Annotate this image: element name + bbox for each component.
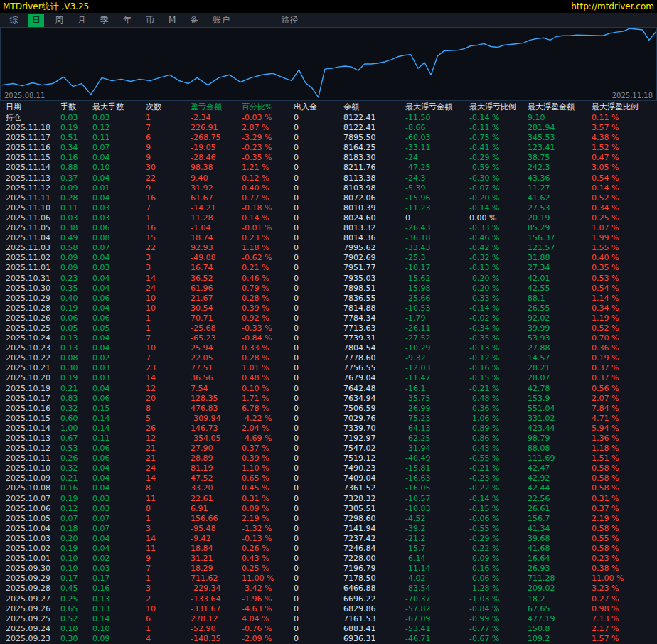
table-row[interactable]: 2025.10.010.100.02931.210.43 %07228.00-6… [0, 554, 657, 564]
table-row[interactable]: 2025.10.160.320.158476.836.78 %07506.59-… [0, 404, 657, 414]
table-row[interactable]: 2025.10.280.190.041030.540.39 %07814.88-… [0, 304, 657, 313]
table-row[interactable]: 2025.09.280.450.163-229.34-3.42 %06466.8… [0, 584, 657, 594]
table-row[interactable]: 2025.11.120.090.01931.920.40 %08103.98-5… [0, 183, 657, 193]
table-row[interactable]: 2025.11.160.340.079-19.05-0.23 %08164.25… [0, 143, 657, 153]
cell-max-float-profit-pct: 0.53 % [592, 274, 657, 284]
cell-max-float-loss-pct: -0.20 % [469, 284, 528, 294]
table-row[interactable]: 2025.10.300.350.042461.960.79 %07898.51-… [0, 284, 657, 294]
table-row[interactable]: 2025.10.020.190.041118.840.26 %07246.84-… [0, 544, 657, 554]
cell-max-float-loss: -10.17 [405, 263, 469, 273]
cell-max-float-profit-pct: 0.56 % [592, 384, 657, 394]
tab-quarterly[interactable]: 季 [97, 14, 112, 27]
cell-count: 15 [146, 233, 191, 243]
cell-pct: 0.28 % [242, 294, 294, 304]
table-row[interactable]: 2025.11.060.030.03111.280.14 %08024.6000… [0, 213, 657, 223]
table-row[interactable]: 2025.10.220.080.02722.050.28 %07778.60-9… [0, 353, 657, 363]
table-row[interactable]: 2025.10.120.530.062127.900.37 %07547.02-… [0, 444, 657, 454]
table-row[interactable]: 2025.11.050.380.0616-1.04-0.01 %08013.32… [0, 223, 657, 233]
table-row[interactable]: 2025.10.060.120.0386.910.09 %07305.51-10… [0, 504, 657, 514]
cell-pct: 4.04 % [242, 614, 294, 624]
table-row[interactable]: 2025.10.080.160.04833.200.45 %07361.52-1… [0, 483, 657, 493]
table-row[interactable]: 2025.11.140.880.103098.381.21 %08211.76-… [0, 163, 657, 173]
table-row[interactable]: 2025.10.200.190.031436.560.48 %07679.04-… [0, 373, 657, 383]
cell-pct: -3.29 % [242, 133, 294, 143]
cell-count: 30 [146, 163, 191, 173]
cell-max-lots: 0.04 [92, 193, 146, 203]
cell-max-float-loss: -31.94 [405, 444, 469, 454]
cell-count: 14 [146, 473, 191, 483]
cell-max-float-profit-pct: 3.57 % [592, 123, 657, 133]
table-row[interactable]: 2025.10.240.130.047-65.23-0.84 %07739.31… [0, 333, 657, 343]
cell-lots: 0.25 [60, 594, 92, 604]
table-row[interactable]: 2025.09.270.250.132-133.64-1.96 %06696.2… [0, 594, 657, 604]
table-row[interactable]: 2025.11.010.090.03316.740.21 %07951.77-1… [0, 263, 657, 273]
table-row[interactable]: 2025.09.290.170.171711.6211.00 %07178.50… [0, 574, 657, 584]
tab-daily[interactable]: 日 [28, 14, 44, 27]
table-row[interactable]: 2025.11.100.110.037-14.21-0.18 %08010.39… [0, 203, 657, 213]
table-row[interactable]: 2025.09.230.300.094-148.35-2.09 %06936.3… [0, 634, 657, 644]
table-row[interactable]: 2025.10.310.230.041436.520.46 %07935.03-… [0, 274, 657, 284]
tab-yearly[interactable]: 年 [119, 14, 135, 27]
table-row[interactable]: 2025.10.250.050.051-25.68-0.33 %07713.63… [0, 323, 657, 333]
table-row[interactable]: 2025.11.110.280.041661.670.77 %08072.06-… [0, 193, 657, 203]
cell-max-float-profit: 42.47 [528, 463, 592, 473]
table-row[interactable]: 2025.10.040.180.073-95.48-1.32 %07141.94… [0, 524, 657, 534]
tab-path[interactable]: 路径 [277, 14, 301, 27]
tab-monthly[interactable]: 月 [74, 14, 90, 27]
cell-max-float-profit: 85.29 [528, 223, 592, 233]
cell-count: 7 [146, 564, 191, 574]
cell-date: 2025.09.27 [6, 594, 60, 604]
table-row[interactable]: 2025.11.170.510.116-268.75-3.29 %07895.5… [0, 133, 657, 143]
table-row[interactable]: 2025.09.300.100.03718.290.25 %07196.79-1… [0, 564, 657, 574]
table-row[interactable]: 2025.10.090.210.041447.520.65 %07409.04-… [0, 473, 657, 483]
tab-account[interactable]: 账户 [209, 14, 233, 27]
cell-max-lots: 0.03 [92, 203, 146, 213]
cell-count: 8 [146, 404, 191, 414]
table-row[interactable]: 2025.11.150.160.049-28.46-0.35 %08183.30… [0, 153, 657, 163]
table-row[interactable]: 2025.10.050.070.071156.662.19 %07298.60-… [0, 514, 657, 524]
cell-cashflow: 0 [294, 333, 343, 343]
cell-max-float-profit-pct: 0.36 % [592, 343, 657, 353]
cell-max-float-profit-pct: 7.84 % [592, 404, 657, 414]
cell-max-lots: 0.03 [92, 564, 146, 574]
table-row[interactable]: 2025.10.260.060.06170.710.92 %07784.34-1… [0, 313, 657, 323]
table-row[interactable]: 2025.09.250.520.146278.124.04 %07161.53-… [0, 614, 657, 624]
table-row[interactable]: 2025.10.230.130.041025.940.33 %07804.54-… [0, 343, 657, 353]
table-row[interactable]: 2025.10.130.670.1112-354.05-4.69 %07192.… [0, 434, 657, 444]
cell-max-float-loss-pct: -0.06 % [469, 514, 528, 524]
table-row[interactable]: 2025.10.170.830.0620128.351.71 %07634.94… [0, 394, 657, 404]
tab-currency[interactable]: 币 [142, 14, 158, 27]
tab-summary[interactable]: 综 [6, 14, 21, 27]
table-row[interactable]: 2025.09.240.100.101-52.90-0.76 %06883.41… [0, 624, 657, 634]
tab-weekly[interactable]: 周 [51, 14, 67, 27]
table-row[interactable]: 2025.10.070.190.031122.610.31 %07328.32-… [0, 494, 657, 504]
cell-cashflow: 0 [294, 634, 343, 644]
table-row[interactable]: 2025.10.030.200.0414-9.42-0.13 %07237.42… [0, 534, 657, 544]
table-row[interactable]: 2025.10.141.000.1426146.732.04 %07339.70… [0, 424, 657, 434]
table-row[interactable]: 2025.09.260.650.1310-331.67-4.63 %06829.… [0, 604, 657, 614]
cell-max-float-loss: -4.52 [405, 514, 469, 524]
table-row[interactable]: 2025.11.020.090.043-49.08-0.62 %07902.69… [0, 253, 657, 263]
table-row[interactable]: 2025.10.290.400.061021.670.28 %07836.55-… [0, 294, 657, 304]
table-row[interactable]: 2025.10.210.300.032377.511.01 %07756.55-… [0, 363, 657, 373]
cell-max-float-profit-pct: 2.17 % [592, 624, 657, 634]
table-row[interactable]: 2025.10.100.320.042481.191.10 %07490.23-… [0, 463, 657, 473]
cell-cashflow: 0 [294, 133, 343, 143]
cell-balance: 8183.30 [343, 153, 405, 163]
cell-max-float-profit-pct: 0.11 % [592, 113, 657, 123]
table-row[interactable]: 2025.10.110.260.062128.890.39 %07519.12-… [0, 454, 657, 463]
cell-cashflow: 0 [294, 274, 343, 284]
cell-max-lots: 0.07 [92, 524, 146, 534]
table-row[interactable]: 2025.11.030.580.072292.931.18 %07995.62-… [0, 243, 657, 253]
cell-max-float-loss: -33.11 [405, 143, 469, 153]
tab-m[interactable]: M [165, 14, 179, 26]
table-row[interactable]: 2025.11.040.490.081518.740.23 %08014.36-… [0, 233, 657, 243]
table-row[interactable]: 2025.11.130.370.04229.400.12 %08113.38-2… [0, 173, 657, 183]
table-row[interactable]: 2025.11.180.190.127226.912.87 %08122.41-… [0, 123, 657, 133]
table-row[interactable]: 2025.10.150.600.145-309.94-4.22 %07029.7… [0, 414, 657, 424]
table-row[interactable]: 持仓0.030.031-2.34-0.03 %08122.41-11.50-0.… [0, 113, 657, 123]
cell-lots: 0.21 [60, 384, 92, 394]
cell-max-float-profit-pct: 1.99 % [592, 233, 657, 243]
tab-note[interactable]: 备 [186, 14, 202, 27]
table-row[interactable]: 2025.10.190.210.04127.540.10 %07642.48-1… [0, 384, 657, 394]
